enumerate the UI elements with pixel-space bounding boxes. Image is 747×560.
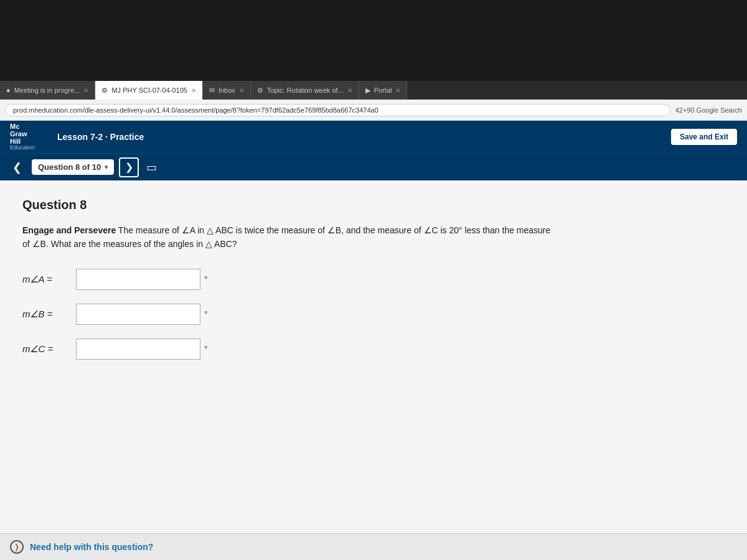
question-toolbar: ❮ Question 8 of 10 ▾ ❯ ▭ [0,153,747,180]
angle-b-row: m∠B = ° [22,304,725,325]
angle-a-label: m∠A = [22,274,72,285]
content-wrapper: Question 8 Engage and Persevere The meas… [0,180,747,560]
help-section: ❭ Need help with this question? [0,533,747,560]
mh-header: Mc Graw Hill Education Lesson 7-2 · Prac… [0,121,747,153]
tab-assessment[interactable]: ⚙ MJ PHY SCI-07-04-0105 ✕ [95,81,202,100]
prev-question-button[interactable]: ❮ [7,158,27,177]
lesson-title: Lesson 7-2 · Practice [57,132,144,142]
question-selector-label: Question 8 of 10 [38,162,101,172]
next-question-button[interactable]: ❯ [119,157,139,177]
tab-portal-label: Portal [374,86,392,94]
tab-inbox[interactable]: ✉ Inbox ✕ [203,81,251,100]
tab-portal-close[interactable]: ✕ [395,87,400,94]
question-intro-bold: Engage and Persevere [22,225,116,235]
chevron-down-icon: ▾ [105,164,108,170]
help-link[interactable]: Need help with this question? [30,542,153,552]
angle-c-label: m∠C = [22,343,72,355]
angle-b-label: m∠B = [22,309,72,320]
mh-logo-mc: Mc [10,123,35,130]
google-search-hint: 42+90 Google Search [675,106,742,114]
question-text: Engage and Persevere The measure of ∠A i… [22,223,558,251]
degree-a-symbol: ° [204,274,208,284]
save-exit-button[interactable]: Save and Exit [671,129,737,145]
address-bar-row: prod.mheducation.com/dle-assess-delivery… [0,100,747,121]
question-number: Question 8 [22,198,725,212]
tab-meeting-close[interactable]: ✕ [83,87,88,94]
tab-inbox-close[interactable]: ✕ [239,87,244,94]
mh-logo: Mc Graw Hill Education [10,123,35,151]
question-selector[interactable]: Question 8 of 10 ▾ [32,159,114,175]
tab-topic-label: Topic: Rotation week of... [267,86,344,94]
tab-topic-favicon: ⚙ [257,86,263,95]
angle-a-row: m∠A = ° [22,269,725,290]
angle-a-input[interactable] [76,269,200,290]
help-circle-icon[interactable]: ❭ [10,540,24,554]
mh-logo-education: Education [10,145,35,151]
bookmark-button[interactable]: ▭ [144,158,159,177]
bookmark-icon: ▭ [146,161,157,174]
tab-assessment-label: MJ PHY SCI-07-04-0105 [111,86,187,94]
tab-meeting-label: Meeting is in progre... [14,86,80,94]
angle-c-input[interactable] [76,338,200,360]
tab-assessment-favicon: ⚙ [101,86,108,95]
angle-b-input[interactable] [76,304,200,325]
tab-bar: ● Meeting is in progre... ✕ ⚙ MJ PHY SCI… [0,81,747,100]
tab-portal[interactable]: ▶ Portal ✕ [359,81,408,100]
tab-meeting[interactable]: ● Meeting is in progre... ✕ [0,81,95,100]
tab-meeting-favicon: ● [6,86,11,94]
content-area: Question 8 Engage and Persevere The meas… [0,180,747,560]
tab-topic-close[interactable]: ✕ [347,87,352,94]
angle-c-row: m∠C = ° [22,338,725,360]
mh-logo-graw: Graw [10,130,35,138]
header-right: Save and Exit [671,129,737,145]
degree-c-symbol: ° [204,344,208,354]
next-arrow-icon: ❯ [125,161,133,173]
degree-b-symbol: ° [204,309,208,319]
tab-inbox-favicon: ✉ [209,86,215,95]
tab-topic[interactable]: ⚙ Topic: Rotation week of... ✕ [251,81,359,100]
tab-inbox-label: Inbox [218,86,235,94]
tab-assessment-close[interactable]: ✕ [191,87,196,94]
address-bar[interactable]: prod.mheducation.com/dle-assess-delivery… [5,104,670,116]
tab-portal-favicon: ▶ [365,86,370,95]
